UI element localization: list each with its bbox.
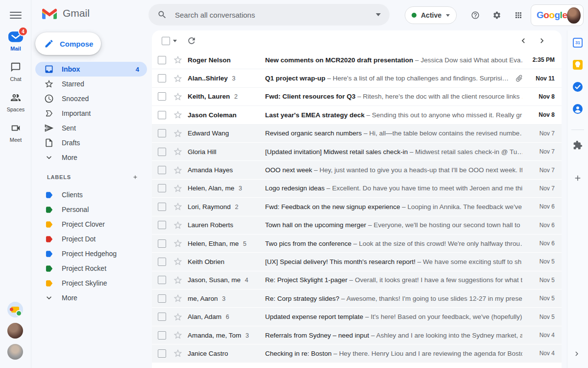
sidebar-item-more[interactable]: More — [35, 150, 147, 165]
newer-page-button[interactable] — [518, 35, 530, 47]
row-checkbox[interactable] — [158, 203, 166, 211]
star-icon[interactable] — [173, 165, 183, 175]
star-icon[interactable] — [173, 312, 183, 322]
email-row[interactable]: Helen, Alan, me 3Logo redesign ideas – E… — [152, 180, 562, 198]
email-row[interactable]: Lori, Raymond 2Fwd: Feedback on the new … — [152, 198, 562, 216]
email-row[interactable]: Jason ColemanLast year's EMEA strategy d… — [152, 106, 562, 124]
rail-item-spaces[interactable]: Spaces — [1, 90, 30, 120]
rail-item-meet[interactable]: Meet — [1, 121, 30, 150]
google-apps-button[interactable] — [511, 8, 526, 23]
star-icon[interactable] — [173, 202, 183, 211]
send-icon — [44, 123, 54, 133]
email-row[interactable]: Jason, Susan, me 4Re: Project Skylight 1… — [152, 271, 562, 289]
refresh-button[interactable] — [187, 35, 198, 47]
show-side-panel-button[interactable] — [569, 346, 584, 361]
row-checkbox[interactable] — [158, 313, 166, 321]
email-row[interactable]: Alan..Shirley 3Q1 project wrap-up – Here… — [152, 69, 562, 87]
star-icon[interactable] — [173, 147, 183, 157]
label-item-clients[interactable]: Clients — [35, 187, 147, 202]
email-row[interactable]: Keith Obrien[UX] Special delivery! This … — [152, 253, 562, 271]
labels-more[interactable]: More — [35, 290, 147, 305]
row-checkbox[interactable] — [158, 184, 166, 192]
settings-button[interactable] — [490, 8, 504, 23]
label-item-project-clover[interactable]: Project Clover — [35, 217, 147, 232]
email-row[interactable]: Keith, Lauren 2Fwd: Client resources for… — [152, 88, 562, 106]
email-row[interactable]: Gloria Hill[Updated invitation] Midwest … — [152, 143, 562, 161]
select-dropdown-caret[interactable] — [173, 40, 177, 42]
email-row[interactable]: Alan, Adam 6Updated expense report templ… — [152, 308, 562, 326]
sidebar-item-snoozed[interactable]: Snoozed — [35, 91, 147, 106]
row-checkbox[interactable] — [158, 74, 166, 82]
star-icon[interactable] — [173, 74, 183, 83]
email-row[interactable]: Amanda, me, Tom 3Referrals from Sydney –… — [152, 326, 562, 344]
row-checkbox[interactable] — [158, 111, 166, 119]
older-page-button[interactable] — [537, 35, 549, 47]
label-item-project-dot[interactable]: Project Dot — [35, 232, 147, 246]
get-add-ons-button[interactable] — [572, 140, 583, 151]
search-bar[interactable] — [148, 4, 390, 26]
star-icon[interactable] — [173, 184, 183, 193]
main-menu-button[interactable] — [8, 8, 24, 23]
row-checkbox[interactable] — [158, 276, 166, 284]
row-checkbox[interactable] — [158, 258, 166, 266]
star-icon[interactable] — [173, 275, 183, 285]
side-panel-contacts-button[interactable] — [572, 104, 583, 114]
label-item-project-rocket[interactable]: Project Rocket — [35, 261, 147, 276]
row-checkbox[interactable] — [158, 148, 166, 156]
select-all-checkbox[interactable] — [162, 37, 170, 45]
chat-contact-avatar-2[interactable] — [7, 323, 23, 339]
row-checkbox[interactable] — [158, 349, 166, 358]
star-icon[interactable] — [173, 257, 183, 266]
sidebar-item-inbox[interactable]: Inbox4 — [35, 62, 147, 77]
user-avatar[interactable] — [567, 7, 581, 24]
row-checkbox[interactable] — [158, 129, 166, 137]
star-icon[interactable] — [173, 238, 183, 248]
row-checkbox[interactable] — [158, 331, 166, 340]
label-item-project-skyline[interactable]: Project Skyline — [35, 276, 147, 290]
star-icon[interactable] — [173, 110, 183, 120]
sidebar-item-drafts[interactable]: Drafts — [35, 135, 147, 150]
email-row[interactable]: Helen, Ethan, me 5Two pics from the conf… — [152, 235, 562, 253]
email-row[interactable]: Lauren RobertsTown hall on the upcoming … — [152, 216, 562, 235]
star-icon[interactable] — [173, 55, 183, 65]
sidebar-item-sent[interactable]: Sent — [35, 121, 147, 135]
email-row[interactable]: Roger NelsonNew comments on MCR2020 draf… — [152, 51, 562, 69]
row-checkbox[interactable] — [158, 166, 166, 174]
email-row[interactable]: Edward WangRevised organic search number… — [152, 125, 562, 143]
rail-item-mail[interactable]: 4Mail — [1, 29, 30, 59]
side-panel-keep-button[interactable] — [572, 59, 583, 70]
row-checkbox[interactable] — [158, 221, 166, 229]
email-row[interactable]: me, Aaron 3Re: Corp strategy slides? – A… — [152, 289, 562, 308]
star-icon[interactable] — [173, 293, 183, 303]
account-chip[interactable]: Google — [531, 4, 584, 26]
label-name: Project Hedgehog — [62, 250, 117, 258]
rail-item-chat[interactable]: Chat — [1, 60, 30, 89]
star-icon[interactable] — [173, 220, 183, 230]
row-checkbox[interactable] — [158, 92, 166, 101]
search-input[interactable] — [174, 10, 376, 20]
chat-contact-avatar-3[interactable] — [7, 344, 23, 360]
email-row[interactable]: Amanda HayesOOO next week – Hey, just wa… — [152, 161, 562, 179]
row-checkbox[interactable] — [158, 56, 166, 64]
email-snippet: Overall, it looks great! I have a few su… — [355, 276, 522, 284]
star-icon[interactable] — [173, 330, 183, 340]
row-checkbox[interactable] — [158, 294, 166, 303]
search-options-caret[interactable] — [376, 13, 381, 16]
status-selector[interactable]: Active — [405, 6, 457, 24]
label-item-personal[interactable]: Personal — [35, 202, 147, 217]
chat-contact-avatar-1[interactable] — [7, 302, 23, 317]
star-icon[interactable] — [173, 348, 183, 358]
star-icon[interactable] — [173, 92, 183, 102]
sidebar-item-starred[interactable]: Starred — [35, 77, 147, 91]
sidebar-item-important[interactable]: Important — [35, 106, 147, 121]
label-item-project-hedgehog[interactable]: Project Hedgehog — [35, 246, 147, 261]
add-label-button[interactable] — [129, 171, 141, 183]
side-panel-tasks-button[interactable] — [572, 81, 583, 92]
star-icon[interactable] — [173, 129, 183, 138]
email-row[interactable]: Janice CastroChecking in re: Boston – He… — [152, 344, 562, 363]
side-panel-calendar-button[interactable]: 31 — [572, 37, 583, 48]
add-panel-app-button[interactable] — [572, 173, 583, 184]
help-button[interactable] — [468, 8, 483, 23]
compose-button[interactable]: Compose — [35, 32, 101, 55]
row-checkbox[interactable] — [158, 239, 166, 248]
